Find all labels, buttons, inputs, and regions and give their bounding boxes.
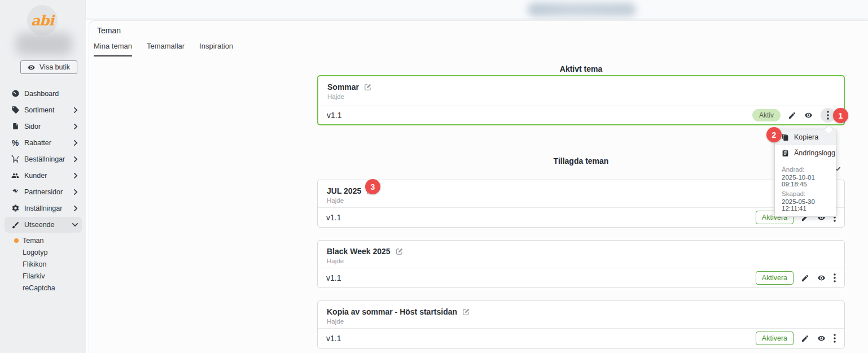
sidebar-subitem-label: reCaptcha (23, 284, 55, 292)
more-options-button[interactable] (834, 273, 836, 282)
theme-subtitle: Hajde (327, 197, 835, 204)
edit-name-icon[interactable] (462, 308, 470, 316)
edit-button[interactable] (801, 334, 809, 343)
page-title: Teman (97, 26, 121, 35)
tab-temamallar[interactable]: Temamallar (147, 41, 185, 56)
sidebar-item-sidor[interactable]: Sidor (0, 118, 86, 134)
annotation-badge-2: 2 (766, 127, 782, 142)
annotation-badge-3: 3 (365, 179, 380, 194)
sidebar-subitem-filarkiv[interactable]: Filarkiv (0, 270, 86, 282)
theme-subtitle: Hajde (327, 258, 835, 264)
preview-button[interactable] (817, 274, 826, 282)
theme-subtitle: Hajde (327, 93, 835, 100)
chevron-right-icon (73, 173, 78, 178)
menu-item-label: Ändringslogg (794, 149, 835, 157)
theme-title: Sommar (327, 82, 359, 91)
section-heading-tillagda-teman: Tillagda teman (317, 156, 845, 165)
blurred-notification (528, 3, 636, 16)
modified-value: 2025-10-01 09:18:45 (782, 174, 829, 188)
created-value: 2025-05-30 12:11:41 (782, 198, 829, 212)
paintbrush-icon (10, 221, 20, 229)
tab-inspiration[interactable]: Inspiration (199, 41, 233, 56)
chevron-right-icon (73, 140, 78, 146)
menu-item-label: Kopiera (794, 133, 818, 141)
chevron-down-icon (72, 223, 78, 227)
created-label: Skapad: (782, 190, 829, 197)
theme-version: v1.1 (326, 213, 341, 222)
chevron-right-icon (73, 156, 78, 162)
top-bar (86, 0, 868, 19)
theme-version: v1.1 (326, 334, 341, 343)
sidebar-item-rabatter[interactable]: % Rabatter (0, 134, 86, 151)
sidebar-subnav-utseende: Teman Logotyp Flikikon Filarkiv reCaptch… (0, 234, 86, 294)
theme-title: Kopia av sommar - Höst startsidan (327, 307, 457, 316)
chevron-right-icon (73, 206, 78, 211)
menu-meta: Ändrad: 2025-10-01 09:18:45 Skapad: 2025… (775, 161, 836, 216)
sidebar-subitem-label: Logotyp (23, 249, 47, 256)
sidebar-subitem-recaptcha[interactable]: reCaptcha (0, 282, 86, 294)
sidebar-item-label: Beställningar (24, 155, 65, 163)
theme-card-kopia-av-sommar: Kopia av sommar - Höst startsidan Hajde … (317, 300, 845, 348)
file-icon (10, 122, 20, 130)
sidebar-item-partnersidor[interactable]: Partnersidor (0, 184, 86, 200)
aktivera-button[interactable]: Aktivera (756, 271, 794, 285)
theme-version: v1.1 (326, 273, 341, 282)
edit-button[interactable] (788, 111, 796, 120)
sidebar-item-label: Rabatter (24, 139, 51, 147)
theme-card-black-week-2025: Black Week 2025 Hajde v1.1 Aktivera (317, 240, 845, 288)
sidebar-subitem-label: Filarkiv (23, 272, 45, 280)
tab-bar: Mina teman Temamallar Inspiration (94, 41, 233, 56)
theme-subtitle: Hajde (327, 318, 835, 325)
theme-version: v1.1 (327, 111, 341, 120)
brand-logo-text: abi (31, 12, 54, 29)
sidebar-item-utseende[interactable]: Utseende (0, 216, 86, 233)
blurred-store-name (16, 33, 72, 55)
sidebar-item-dashboard[interactable]: Dashboard (0, 85, 86, 102)
visa-butik-label: Visa butik (40, 63, 70, 71)
aktivera-button[interactable]: Aktivera (756, 332, 794, 345)
sidebar-subitem-logotyp[interactable]: Logotyp (0, 246, 86, 258)
more-options-menu: Kopiera Ändringslogg Ändrad: 2025-10-01 … (774, 129, 836, 217)
sidebar-item-bestallningar[interactable]: Beställningar (0, 151, 86, 167)
menu-item-andringslogg[interactable]: Ändringslogg (775, 145, 836, 161)
sidebar-item-label: Partnersidor (24, 188, 63, 196)
visa-butik-button[interactable]: Visa butik (20, 60, 77, 74)
tag-icon (10, 106, 20, 114)
sidebar: abi Visa butik Dashboard Sortiment Sidor (0, 0, 86, 353)
menu-item-kopiera[interactable]: Kopiera (775, 129, 836, 145)
chevron-right-icon (73, 189, 78, 195)
handshake-icon (10, 188, 20, 195)
more-options-button[interactable] (834, 334, 836, 343)
theme-card-jul-2025: JUL 2025 Hajde v1.1 Aktivera (317, 180, 845, 228)
preview-button[interactable] (817, 334, 826, 342)
sidebar-item-sortiment[interactable]: Sortiment (0, 102, 86, 118)
sidebar-subitem-flikikon[interactable]: Flikikon (0, 258, 86, 270)
theme-title: JUL 2025 (327, 186, 361, 195)
chevron-right-icon (73, 107, 78, 113)
gear-icon (10, 204, 20, 212)
edit-button[interactable] (801, 274, 809, 282)
sidebar-item-label: Kunder (24, 172, 47, 180)
theme-title: Black Week 2025 (327, 247, 391, 256)
section-heading-aktivt-tema: Aktivt tema (317, 64, 845, 73)
sidebar-item-label: Dashboard (24, 90, 59, 98)
sidebar-item-kunder[interactable]: Kunder (0, 167, 86, 184)
sidebar-nav: Dashboard Sortiment Sidor % Rabatter Bes… (0, 85, 86, 233)
sidebar-item-label: Inställningar (24, 204, 62, 212)
sidebar-item-label: Sidor (24, 123, 41, 130)
percent-icon: % (10, 138, 20, 147)
preview-button[interactable] (804, 111, 813, 119)
cart-icon (10, 155, 20, 163)
sidebar-subitem-teman[interactable]: Teman (0, 234, 86, 246)
annotation-badge-1: 1 (833, 108, 848, 123)
sidebar-subitem-label: Teman (23, 237, 44, 245)
sidebar-item-installningar[interactable]: Inställningar (0, 200, 86, 216)
dashboard-icon (10, 89, 20, 98)
modified-label: Ändrad: (782, 166, 829, 173)
tab-mina-teman[interactable]: Mina teman (94, 41, 132, 56)
edit-name-icon[interactable] (364, 83, 372, 91)
sidebar-subitem-label: Flikikon (23, 260, 46, 268)
edit-name-icon[interactable] (396, 247, 404, 255)
active-dot-icon (14, 238, 19, 243)
status-badge-aktiv: Aktiv (752, 109, 781, 121)
